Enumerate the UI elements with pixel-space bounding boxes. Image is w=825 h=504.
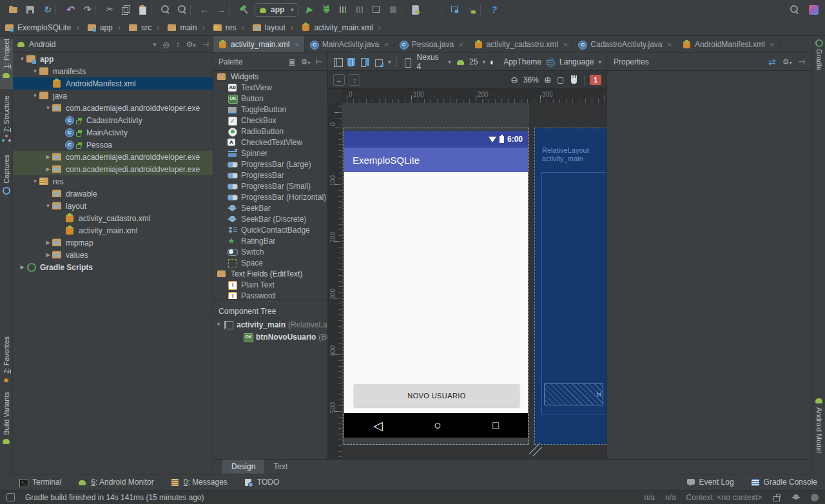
orientation-icon[interactable] — [374, 57, 383, 67]
tool-window-button[interactable]: : Captures — [0, 155, 13, 196]
tree-expand-arrow[interactable] — [18, 56, 26, 62]
palette-item[interactable]: QuickContactBadge — [213, 224, 328, 235]
attach-debugger-icon[interactable]: ▾ — [368, 2, 385, 17]
device-monitor-icon[interactable]: ▾ — [447, 2, 463, 17]
tool-window-button[interactable]: : Terminal — [19, 478, 61, 487]
tool-window-button[interactable]: Gradle — [813, 39, 825, 80]
project-tree-item[interactable]: layout — [13, 200, 213, 212]
collapse-all-icon[interactable]: ↕ — [176, 40, 180, 49]
design-canvas[interactable]: ↔ ↕ ⊖ 36% ⊕ ▢ 1 0100200300 0100200300400… — [328, 71, 607, 459]
breadcrumb-item[interactable]: layout — [236, 23, 285, 32]
editor-tab[interactable]: AndroidManifest.xml × — [677, 36, 780, 52]
editor-tab[interactable]: CadastroAcitivty.java × — [573, 36, 677, 52]
close-tab-icon[interactable]: × — [384, 41, 388, 48]
nav-back-icon[interactable]: ◁ — [373, 418, 383, 433]
palette-item[interactable]: ProgressBar (Horizontal) — [213, 191, 328, 202]
tool-window-button[interactable]: 0: Messages — [171, 478, 228, 487]
swap-views-icon[interactable]: ⇄ — [768, 57, 776, 67]
hide-panel-icon[interactable]: ⊣ — [202, 40, 209, 49]
tool-window-button[interactable]: Gradle Console — [751, 478, 817, 487]
project-view-selector[interactable]: Android — [29, 40, 55, 49]
separator[interactable]: ▾ — [402, 2, 407, 17]
palette-item[interactable]: TextView — [213, 82, 328, 93]
stop-icon[interactable]: ▾ — [385, 2, 402, 17]
paste-icon[interactable]: ▾ — [134, 2, 151, 17]
project-tree-item[interactable]: manifests — [13, 65, 213, 77]
tree-expand-arrow[interactable] — [44, 252, 52, 258]
design-view-icon[interactable] — [333, 57, 342, 67]
palette-item[interactable]: CheckedTextView — [213, 137, 328, 148]
palette-item[interactable]: ProgressBar (Large) — [213, 159, 328, 170]
expand-horizontal-icon[interactable]: ↔ — [333, 74, 345, 86]
tool-window-button[interactable]: 1: Project — [0, 39, 13, 89]
sync-icon[interactable]: ▾ — [39, 2, 55, 17]
palette-item[interactable]: RadioButton — [213, 126, 328, 137]
preview-mode-icon[interactable]: ▣ — [288, 57, 295, 66]
run-config-selector[interactable]: app▾ — [255, 3, 298, 17]
gradle-s​ync-icon[interactable]: ▾ — [424, 2, 441, 17]
save-icon[interactable]: ▾ — [22, 2, 39, 17]
editor-tab[interactable]: activity_cadastro.xml × — [469, 36, 574, 52]
device-preview[interactable]: 6:00 ExemploSQLite NOVO USUARIO ◁ ○ □ — [344, 128, 529, 445]
breadcrumb-item[interactable]: main — [151, 23, 197, 32]
help-icon[interactable]: ▾ — [486, 2, 503, 17]
project-tree-item[interactable]: java — [13, 90, 213, 102]
project-tree-item[interactable]: CadastroAcitivty — [13, 114, 213, 126]
tree-expand-arrow[interactable] — [216, 322, 224, 327]
tree-expand-arrow[interactable] — [44, 166, 52, 172]
project-tree-item[interactable]: Gradle Scripts — [13, 261, 213, 273]
breadcrumb-item[interactable]: res — [197, 23, 236, 32]
tree-expand-arrow[interactable] — [31, 68, 39, 74]
dock-pin-icon[interactable]: ⊣ — [799, 57, 805, 66]
project-tree-item[interactable]: com.academiajedi.androiddveloper.exe — [13, 163, 213, 175]
editor-tab[interactable]: activity_main.xml × — [213, 36, 305, 52]
palette-item[interactable]: ToggleButton — [213, 104, 328, 115]
breadcrumb-item[interactable]: src — [113, 23, 151, 32]
tree-expand-arrow[interactable] — [44, 154, 52, 160]
novo-usuario-button[interactable]: NOVO USUARIO — [354, 384, 519, 407]
zoom-fit-icon[interactable]: ▢ — [557, 75, 564, 84]
separator[interactable]: ▾ — [151, 2, 157, 17]
editor-mode-tab[interactable]: Text — [264, 460, 296, 474]
error-count-badge[interactable]: 1 — [590, 75, 601, 85]
component-tree-item[interactable]: activity_main (RelativeLayout) — [213, 318, 328, 331]
run-icon[interactable]: ▾ — [301, 2, 318, 17]
separator[interactable]: ▾ — [441, 2, 447, 17]
tool-window-button[interactable]: : TODO — [244, 478, 279, 487]
toggle-toolwindows-icon[interactable] — [6, 493, 15, 501]
zoom-out-icon[interactable]: ⊖ — [510, 75, 518, 85]
tool-window-button[interactable]: 7: Structure — [0, 95, 13, 151]
copy-icon[interactable]: ▾ — [117, 2, 134, 17]
editor-tab[interactable]: MainActivity.java × — [305, 36, 394, 52]
device-selector[interactable]: Nexus 4 — [417, 53, 444, 71]
language-selector[interactable]: Language — [559, 57, 594, 66]
tool-window-button[interactable]: 6: Android Monitor — [78, 478, 153, 487]
project-tree-item[interactable]: drawable — [13, 188, 213, 200]
project-tree-item[interactable]: activity_main.xml — [13, 224, 213, 237]
palette-item[interactable]: CheckBox — [213, 115, 328, 126]
tool-window-button[interactable]: Event Log — [686, 478, 734, 487]
separator[interactable]: ▾ — [95, 2, 101, 17]
search-everywhere-icon[interactable] — [786, 2, 802, 17]
project-tree-item[interactable]: activity_cadastro.xml — [13, 212, 213, 224]
project-tree-item[interactable]: MainActivity — [13, 126, 213, 139]
blueprint-view[interactable]: RelativeLayout activity_main bt — [534, 128, 607, 445]
undo-icon[interactable]: ▾ — [61, 2, 78, 17]
close-tab-icon[interactable]: × — [563, 41, 567, 48]
settings-gear-icon[interactable]: ⚙▾ — [782, 57, 792, 66]
breadcrumb-item[interactable]: activity_main.xml — [286, 23, 373, 32]
tree-expand-arrow[interactable] — [44, 105, 52, 111]
both-views-icon[interactable] — [360, 57, 369, 67]
panel-splitter[interactable]: ····· — [213, 299, 328, 304]
api-level-selector[interactable]: 25 — [469, 57, 478, 66]
tool-window-button[interactable]: : Build Variants — [0, 392, 13, 455]
close-tab-icon[interactable]: × — [770, 41, 774, 48]
separator[interactable]: ▾ — [229, 2, 235, 17]
find-icon[interactable]: ▾ — [157, 2, 173, 17]
chevron-down-icon[interactable]: ▾ — [153, 41, 157, 48]
settings-gear-icon[interactable]: ⚙▾ — [186, 40, 196, 49]
tool-window-button[interactable]: Android Model — [813, 397, 825, 467]
device-content[interactable]: NOVO USUARIO — [344, 172, 528, 413]
palette-item[interactable]: Spinner — [213, 148, 328, 159]
palette-item[interactable]: Widgets — [213, 71, 328, 82]
